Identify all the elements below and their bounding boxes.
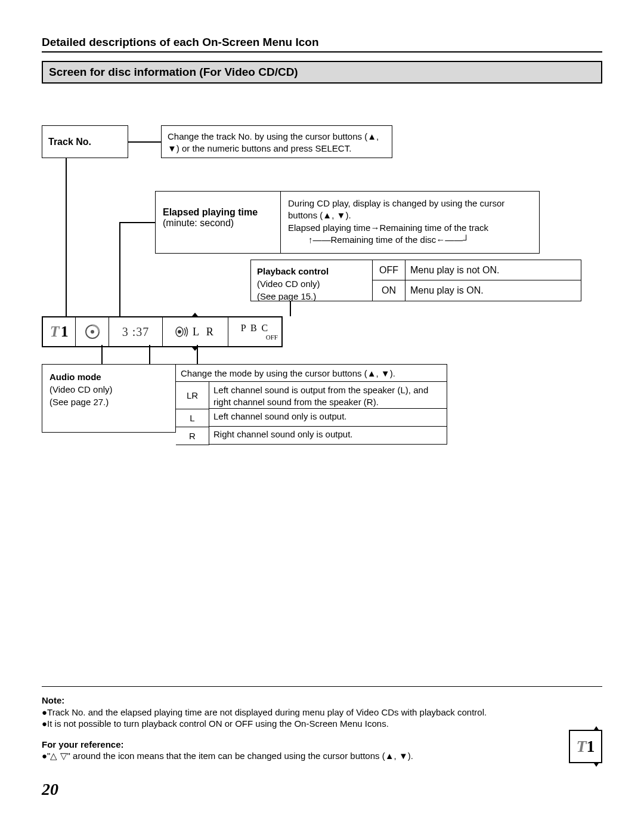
pbc-on-key: ON: [373, 280, 405, 301]
osd-audio-lr: L R: [193, 326, 216, 338]
osd-track-number: 1: [61, 323, 69, 341]
osd-disc-icon: [76, 317, 109, 346]
audio-row-lr-key: LR: [176, 382, 209, 409]
audio-row-l-key: L: [176, 409, 209, 427]
track-no-desc: Change the track No. by using the cursor…: [161, 125, 392, 158]
osd-pbc-label: P B C: [241, 323, 270, 333]
diagram-area: Track No. Change the track No. by using …: [42, 125, 602, 495]
audio-mode-sub1: (Video CD only): [49, 384, 113, 394]
connector-line: [119, 222, 155, 223]
elapsed-desc1: During CD play, display is changed by us…: [288, 198, 504, 220]
osd-track: T1: [43, 317, 76, 346]
connector-line: [119, 222, 120, 316]
audio-row-lr-desc: Left channel sound is output from the sp…: [209, 382, 447, 409]
osd-time: 3 :37: [109, 317, 163, 346]
pbc-sub2: (See page 15.): [257, 291, 316, 301]
page-number: 20: [42, 780, 602, 799]
track-no-label: Track No.: [42, 125, 128, 158]
loop-arrow-right: ←——┘: [436, 235, 469, 245]
note-2: ●It is not possible to turn playback con…: [42, 718, 602, 729]
audio-mode-label: Audio mode (Video CD only) (See page 27.…: [42, 364, 176, 433]
pbc-off-key: OFF: [373, 260, 405, 280]
audio-row-r-desc: Right channel sound only is output.: [209, 427, 447, 445]
reference-text: ●"△ ▽" around the icon means that the it…: [42, 751, 557, 761]
connector-line: [101, 345, 103, 364]
osd-bar: T1 3 :37 L R P B C OFF: [42, 316, 283, 347]
pbc-off-desc: Menu play is not ON.: [405, 260, 581, 280]
audio-mode-bold: Audio mode: [49, 372, 101, 382]
osd-track-letter: T: [50, 323, 60, 341]
audio-mode-head: Change the mode by using the cursor butt…: [176, 364, 447, 382]
connector-line: [149, 345, 150, 364]
connector-line: [128, 141, 161, 143]
audio-row-l-desc: Left channel sound only is output.: [209, 409, 447, 427]
elapsed-sublabel: (minute: second): [163, 218, 234, 228]
audio-mode-sub2: (See page 27.): [49, 397, 109, 407]
reference-icon: T1: [569, 730, 602, 763]
up-triangle-icon: [594, 726, 599, 730]
connector-line: [197, 345, 198, 364]
loop-arrow-left: ↑——: [308, 235, 331, 245]
section-title: Screen for disc information (For Video C…: [42, 61, 602, 84]
connector-line: [66, 158, 67, 316]
ref-icon-number: 1: [587, 737, 595, 756]
svg-point-3: [178, 330, 181, 334]
pbc-label-box: Playback control (Video CD only) (See pa…: [250, 260, 373, 301]
elapsed-desc3: Remaining time of the disc: [331, 235, 436, 245]
pbc-on-desc: Menu play is ON.: [405, 280, 581, 301]
osd-pbc-state: OFF: [266, 334, 278, 341]
connector-line: [290, 301, 291, 316]
note-1: ●Track No. and the elapsed playing time …: [42, 707, 602, 717]
elapsed-desc2: Elapsed playing time→Remaining time of t…: [288, 223, 488, 233]
ref-icon-letter: T: [576, 737, 586, 756]
pbc-sub1: (Video CD only): [257, 279, 320, 289]
down-triangle-icon: [594, 763, 599, 767]
osd-audio: L R: [163, 317, 228, 346]
speaker-icon: [175, 326, 189, 338]
osd-pbc: P B C OFF: [228, 317, 281, 346]
note-heading: Note:: [42, 695, 64, 705]
divider: [42, 686, 602, 687]
notes-section: Note: ●Track No. and the elapsed playing…: [42, 695, 602, 729]
reference-heading: For your reference:: [42, 739, 557, 749]
elapsed-label: Elapsed playing time: [163, 207, 258, 217]
audio-row-r-key: R: [176, 427, 209, 445]
page-header: Detailed descriptions of each On-Screen …: [42, 36, 602, 53]
up-triangle-icon: [192, 313, 198, 316]
svg-point-1: [91, 330, 94, 334]
pbc-label: Playback control: [257, 266, 329, 276]
elapsed-outer: Elapsed playing time (minute: second) Du…: [155, 191, 540, 254]
